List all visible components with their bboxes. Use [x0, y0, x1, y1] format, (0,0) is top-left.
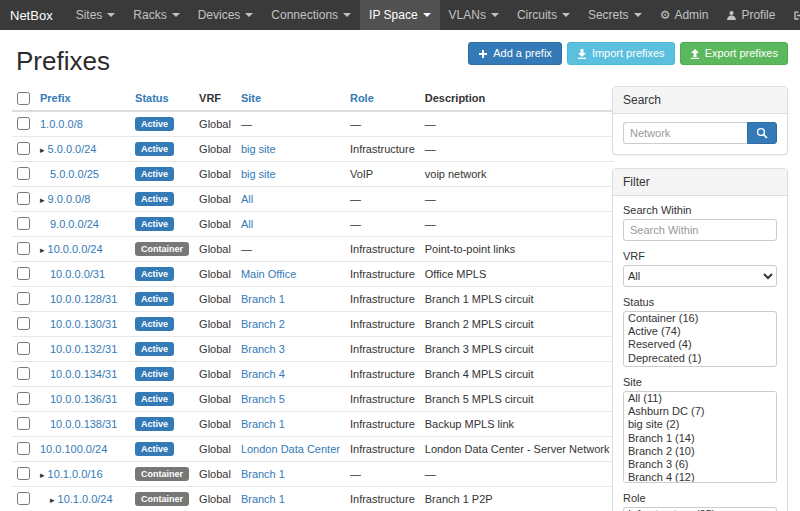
row-checkbox[interactable] [17, 267, 30, 280]
chevron-down-icon [245, 13, 253, 17]
row-checkbox[interactable] [17, 192, 30, 205]
prefix-link[interactable]: 10.0.0.136/31 [50, 393, 117, 405]
prefix-link[interactable]: 10.0.0.0/24 [48, 243, 103, 255]
vrf-filter-select[interactable]: All [623, 265, 777, 287]
site-filter-select[interactable]: All (11)Ashburn DC (7)big site (2)Branch… [623, 391, 777, 483]
role-filter-select[interactable]: Infrastructure (25)Management (8)Private… [623, 507, 777, 511]
row-checkbox[interactable] [17, 167, 30, 180]
prefix-link[interactable]: 9.0.0.0/24 [50, 218, 99, 230]
site-link[interactable]: Branch 5 [241, 393, 285, 405]
row-checkbox[interactable] [17, 317, 30, 330]
site-link[interactable]: big site [241, 143, 276, 155]
role-cell: — [345, 461, 420, 486]
nav-item-circuits[interactable]: Circuits [508, 0, 579, 30]
prefix-link[interactable]: 5.0.0.0/24 [48, 143, 97, 155]
admin-link[interactable]: ⚙Admin [651, 0, 718, 30]
site-link[interactable]: Branch 1 [241, 293, 285, 305]
site-link[interactable]: Branch 1 [241, 468, 285, 480]
row-checkbox[interactable] [17, 342, 30, 355]
logout-link[interactable]: Log out [784, 0, 800, 30]
add-prefix-button[interactable]: Add a prefix [468, 42, 562, 65]
table-row: 10.0.0.132/31ActiveGlobalBranch 3Infrast… [12, 336, 614, 361]
nav-item-racks[interactable]: Racks [124, 0, 188, 30]
prefix-link[interactable]: 9.0.0.0/8 [48, 193, 91, 205]
description-cell: Office MPLS [420, 261, 615, 286]
import-prefixes-button[interactable]: Import prefixes [567, 42, 675, 65]
filter-option[interactable]: Container (16) [624, 312, 776, 325]
row-checkbox[interactable] [17, 367, 30, 380]
filter-option[interactable]: Branch 4 (12) [624, 471, 776, 483]
search-button[interactable] [747, 122, 777, 144]
profile-link[interactable]: Profile [717, 0, 784, 30]
search-input[interactable] [623, 122, 747, 144]
filter-option[interactable]: Branch 1 (14) [624, 432, 776, 445]
table-row: ▸10.1.0.0/24ContainerGlobalBranch 1Infra… [12, 486, 614, 511]
site-link[interactable]: Branch 4 [241, 368, 285, 380]
chevron-down-icon [172, 13, 180, 17]
brand-logo[interactable]: NetBox [0, 0, 67, 30]
row-checkbox[interactable] [17, 392, 30, 405]
site-link[interactable]: Main Office [241, 268, 296, 280]
row-checkbox[interactable] [17, 442, 30, 455]
row-checkbox[interactable] [17, 292, 30, 305]
prefix-link[interactable]: 5.0.0.0/25 [50, 168, 99, 180]
filter-option[interactable]: Reserved (4) [624, 338, 776, 351]
prefix-link[interactable]: 10.0.0.132/31 [50, 343, 117, 355]
site-link[interactable]: London Data Center [241, 443, 340, 455]
tree-caret-icon: ▸ [40, 470, 45, 480]
search-within-input[interactable] [623, 219, 777, 241]
site-link[interactable]: All [241, 218, 253, 230]
filter-option[interactable]: Ashburn DC (7) [624, 405, 776, 418]
site-link[interactable]: All [241, 193, 253, 205]
prefix-link[interactable]: 10.1.0.0/16 [48, 468, 103, 480]
site-link[interactable]: Branch 1 [241, 418, 285, 430]
prefix-link[interactable]: 10.0.0.138/31 [50, 418, 117, 430]
nav-item-secrets[interactable]: Secrets [579, 0, 651, 30]
import-prefixes-label: Import prefixes [592, 47, 665, 60]
row-checkbox[interactable] [17, 417, 30, 430]
nav-item-vlans[interactable]: VLANs [440, 0, 508, 30]
prefix-link[interactable]: 10.0.100.0/24 [40, 443, 107, 455]
site-link[interactable]: Branch 1 [241, 493, 285, 505]
prefix-link[interactable]: 10.1.0.0/24 [58, 493, 113, 505]
row-checkbox[interactable] [17, 142, 30, 155]
site-link[interactable]: Branch 3 [241, 343, 285, 355]
filter-option[interactable]: All (11) [624, 392, 776, 405]
filter-option[interactable]: Branch 3 (6) [624, 458, 776, 471]
row-checkbox[interactable] [17, 117, 30, 130]
prefix-link[interactable]: 10.0.0.130/31 [50, 318, 117, 330]
prefix-link[interactable]: 10.0.0.128/31 [50, 293, 117, 305]
column-header-prefix[interactable]: Prefix [40, 92, 71, 104]
filter-option[interactable]: big site (2) [624, 418, 776, 431]
filter-option[interactable]: Deprecated (1) [624, 352, 776, 365]
prefix-link[interactable]: 1.0.0.0/8 [40, 118, 83, 130]
nav-item-connections[interactable]: Connections [262, 0, 360, 30]
column-header-status[interactable]: Status [135, 92, 169, 104]
nav-item-devices[interactable]: Devices [189, 0, 263, 30]
status-badge: Active [135, 367, 174, 381]
status-filter-select[interactable]: Container (16)Active (74)Reserved (4)Dep… [623, 311, 777, 367]
row-checkbox[interactable] [17, 492, 30, 505]
nav-item-label: Racks [133, 8, 166, 22]
filter-option[interactable]: Active (74) [624, 325, 776, 338]
export-prefixes-button[interactable]: Export prefixes [680, 42, 788, 65]
row-checkbox[interactable] [17, 467, 30, 480]
vrf-cell: Global [194, 311, 236, 336]
row-checkbox[interactable] [17, 217, 30, 230]
nav-item-ip-space[interactable]: IP Space [360, 0, 439, 30]
site-link[interactable]: Branch 2 [241, 318, 285, 330]
role-cell: Infrastructure [345, 136, 420, 161]
filter-option[interactable]: Branch 2 (10) [624, 445, 776, 458]
select-all-checkbox[interactable] [17, 92, 30, 105]
prefix-link[interactable]: 10.0.0.0/31 [50, 268, 105, 280]
status-badge: Active [135, 417, 174, 431]
nav-item-sites[interactable]: Sites [67, 0, 125, 30]
row-checkbox[interactable] [17, 242, 30, 255]
column-header-site[interactable]: Site [241, 92, 261, 104]
description-cell: voip network [420, 161, 615, 186]
description-cell: Backup MPLS link [420, 411, 615, 436]
role-cell: Infrastructure [345, 261, 420, 286]
prefix-link[interactable]: 10.0.0.134/31 [50, 368, 117, 380]
site-link[interactable]: big site [241, 168, 276, 180]
column-header-role[interactable]: Role [350, 92, 374, 104]
